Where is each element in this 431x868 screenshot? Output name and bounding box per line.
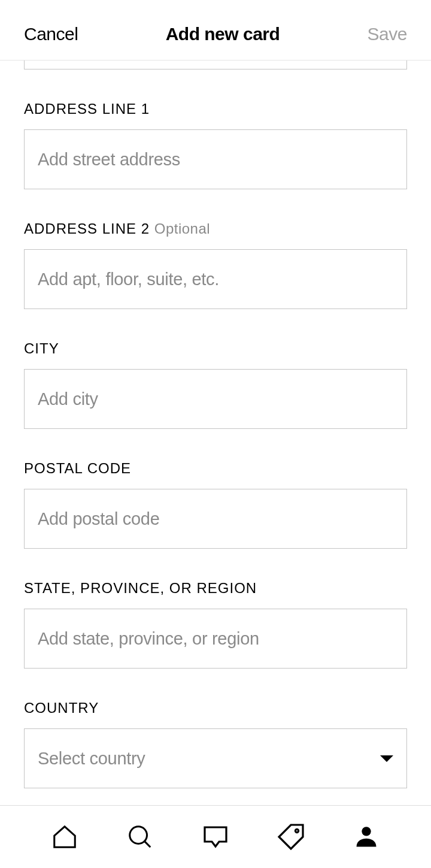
home-icon [51,823,78,851]
state-input[interactable] [24,609,407,669]
inbox-icon [201,822,230,852]
state-label: STATE, PROVINCE, OR REGION [24,580,407,597]
bottom-nav [0,805,431,868]
city-input[interactable] [24,369,407,429]
form-content: ADDRESS LINE 1 ADDRESS LINE 2 Optional C… [0,61,431,805]
nav-profile[interactable] [352,822,381,851]
postal-group: POSTAL CODE [24,460,407,549]
svg-point-2 [295,829,298,832]
page-title: Add new card [166,24,280,44]
address2-input[interactable] [24,249,407,309]
cancel-button[interactable]: Cancel [24,24,78,44]
postal-input[interactable] [24,489,407,549]
chevron-down-icon [380,755,393,762]
profile-icon [353,824,380,850]
tag-icon [277,822,305,851]
previous-field-cutoff [24,61,407,69]
city-group: CITY [24,340,407,429]
nav-inbox[interactable] [201,822,230,851]
country-group: COUNTRY Select country [24,700,407,788]
header: Cancel Add new card Save [0,0,431,61]
address2-optional-tag: Optional [154,220,210,237]
country-select[interactable]: Select country [24,728,407,788]
address2-label-text: ADDRESS LINE 2 [24,220,150,237]
address1-input[interactable] [24,129,407,189]
state-group: STATE, PROVINCE, OR REGION [24,580,407,669]
address1-label: ADDRESS LINE 1 [24,101,407,117]
postal-label: POSTAL CODE [24,460,407,477]
svg-line-1 [145,842,151,848]
country-select-placeholder: Select country [38,749,145,769]
nav-sell[interactable] [277,822,305,851]
address2-group: ADDRESS LINE 2 Optional [24,220,407,309]
address1-group: ADDRESS LINE 1 [24,101,407,189]
svg-point-3 [362,827,371,836]
nav-home[interactable] [50,822,79,851]
country-label: COUNTRY [24,700,407,716]
address2-label: ADDRESS LINE 2 Optional [24,220,407,237]
city-label: CITY [24,340,407,357]
svg-point-0 [130,827,147,844]
search-icon [126,823,154,851]
nav-search[interactable] [126,822,154,851]
save-button[interactable]: Save [368,24,407,44]
